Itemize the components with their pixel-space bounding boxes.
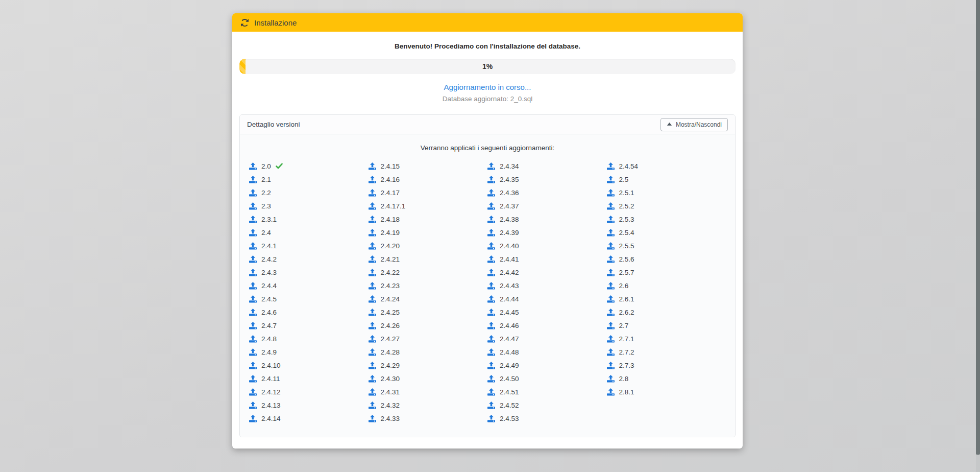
version-item: 2.4.11 <box>249 375 369 383</box>
upload-icon <box>487 176 495 183</box>
version-label: 2.4.17.1 <box>381 202 406 210</box>
version-label: 2.4.14 <box>261 415 281 422</box>
version-item: 2.4.52 <box>487 402 607 409</box>
version-label: 2.4.48 <box>500 348 519 356</box>
version-item: 2.4.32 <box>369 402 488 409</box>
version-item: 2.4.3 <box>249 269 369 276</box>
upload-icon <box>607 348 615 356</box>
upload-icon <box>369 216 376 223</box>
version-label: 2.8.1 <box>619 388 634 396</box>
refresh-icon <box>241 19 249 27</box>
page-scrollbar-track <box>976 0 980 472</box>
version-label: 2.4.54 <box>619 162 639 170</box>
upload-icon <box>487 348 495 356</box>
status-database-text: Database aggiornato: 2_0.sql <box>239 95 736 103</box>
version-label: 2.4.34 <box>500 162 519 170</box>
version-item: 2.5.1 <box>607 189 726 197</box>
version-label: 2.4.37 <box>500 202 519 210</box>
version-item: 2.4.51 <box>487 388 607 396</box>
versions-panel-header: Dettaglio versioni Mostra/Nascondi <box>240 115 735 134</box>
upload-icon <box>607 282 615 290</box>
upload-icon <box>487 322 495 329</box>
version-label: 2.5.4 <box>619 229 634 237</box>
versions-panel-body: Verranno applicati i seguenti aggiorname… <box>240 134 735 437</box>
version-label: 2.1 <box>261 176 271 183</box>
version-item: 2.4.6 <box>249 309 369 316</box>
version-label: 2.5 <box>619 176 629 183</box>
version-label: 2.4.24 <box>381 295 400 303</box>
welcome-message: Benvenuto! Procediamo con l'installazion… <box>239 42 736 50</box>
version-item: 2.7.3 <box>607 362 726 369</box>
version-item: 2.5.3 <box>607 216 726 223</box>
version-item: 2.4.21 <box>369 255 488 263</box>
upload-icon <box>607 322 615 329</box>
version-label: 2.5.7 <box>619 269 634 276</box>
version-item: 2.4.23 <box>369 282 488 290</box>
upload-icon <box>487 402 495 409</box>
upload-icon <box>607 189 615 197</box>
version-label: 2.4.10 <box>261 362 281 369</box>
version-label: 2.4.2 <box>261 255 277 263</box>
upload-icon <box>249 388 257 396</box>
status-updating-text: Aggiornamento in corso... <box>239 83 736 91</box>
upload-icon <box>369 162 376 170</box>
upload-icon <box>249 229 257 237</box>
upload-icon <box>369 295 376 303</box>
version-item: 2.4.19 <box>369 229 488 237</box>
version-item: 2.4.18 <box>369 216 488 223</box>
version-label: 2.5.2 <box>619 202 634 210</box>
upload-icon <box>369 402 376 409</box>
upload-icon <box>607 388 615 396</box>
version-item: 2.4.13 <box>249 402 369 409</box>
version-label: 2.4.53 <box>500 415 519 422</box>
version-label: 2.4.51 <box>500 388 519 396</box>
version-item: 2.6.1 <box>607 295 726 303</box>
version-item: 2.2 <box>249 189 369 197</box>
version-label: 2.4.6 <box>261 309 277 316</box>
version-label: 2.4.50 <box>500 375 519 383</box>
version-item: 2.4.8 <box>249 335 369 343</box>
version-item: 2.5.5 <box>607 242 726 250</box>
version-label: 2.4.31 <box>381 388 400 396</box>
version-item: 2.8.1 <box>607 388 726 396</box>
version-label: 2.5.6 <box>619 255 634 263</box>
version-label: 2.4.18 <box>381 216 400 223</box>
upload-icon <box>369 348 376 356</box>
version-item: 2.5.4 <box>607 229 726 237</box>
upload-icon <box>249 295 257 303</box>
version-label: 2.4.19 <box>381 229 400 237</box>
show-hide-button[interactable]: Mostra/Nascondi <box>660 118 728 131</box>
upload-icon <box>369 322 376 329</box>
version-item: 2.7.1 <box>607 335 726 343</box>
version-label: 2.4.26 <box>381 322 400 329</box>
version-item: 2.4.22 <box>369 269 488 276</box>
upload-icon <box>487 375 495 383</box>
upload-icon <box>369 282 376 290</box>
version-item: 2.7.2 <box>607 348 726 356</box>
upload-icon <box>607 375 615 383</box>
upload-icon <box>369 229 376 237</box>
version-item: 2.7 <box>607 322 726 329</box>
version-label: 2.4.40 <box>500 242 519 250</box>
upload-icon <box>607 295 615 303</box>
upload-icon <box>249 348 257 356</box>
version-label: 2.4.52 <box>500 402 519 409</box>
version-item: 2.4.15 <box>369 162 488 170</box>
version-label: 2.4.43 <box>500 282 519 290</box>
version-label: 2.4.15 <box>381 162 400 170</box>
version-label: 2.3 <box>261 202 271 210</box>
version-item: 2.4.38 <box>487 216 607 223</box>
version-label: 2.4.41 <box>500 255 519 263</box>
version-item: 2.4.37 <box>487 202 607 210</box>
version-item: 2.4.48 <box>487 348 607 356</box>
upload-icon <box>249 162 257 170</box>
upload-icon <box>487 309 495 316</box>
version-label: 2.4.39 <box>500 229 519 237</box>
version-label: 2.4.46 <box>500 322 519 329</box>
upload-icon <box>487 335 495 343</box>
upload-icon <box>369 189 376 197</box>
page-scrollbar-thumb[interactable] <box>976 0 980 455</box>
version-label: 2.4.23 <box>381 282 400 290</box>
upload-icon <box>369 388 376 396</box>
version-item: 2.4.36 <box>487 189 607 197</box>
